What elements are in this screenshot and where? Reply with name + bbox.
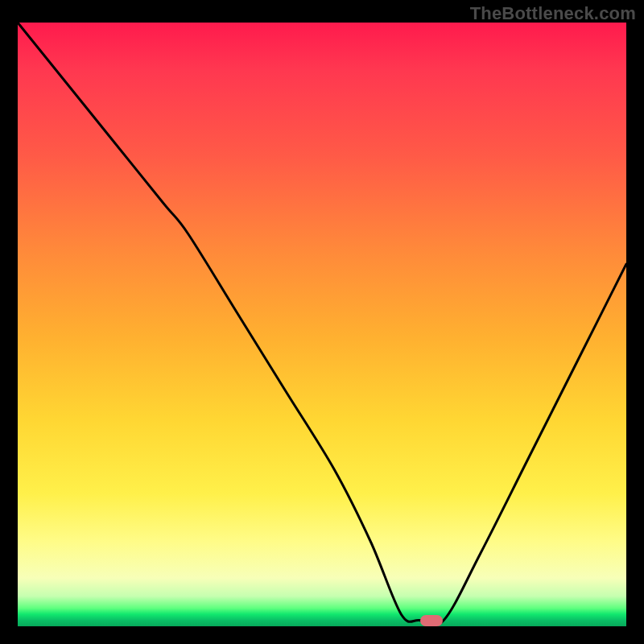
bottleneck-curve — [18, 23, 626, 626]
watermark-text: TheBottleneck.com — [470, 3, 636, 24]
chart-frame: TheBottleneck.com — [0, 0, 644, 644]
plot-area — [18, 23, 626, 626]
optimal-point-marker — [420, 615, 443, 626]
